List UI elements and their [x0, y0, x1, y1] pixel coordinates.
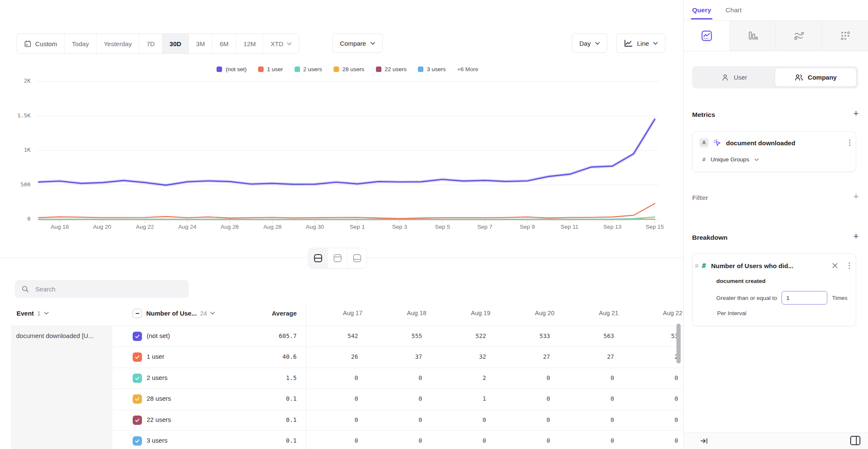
event-cell[interactable]: document downloaded [U... [11, 326, 112, 449]
add-metric-button[interactable]: + [853, 109, 859, 118]
entity-toggle: User Company [692, 66, 858, 89]
row-value: 0 [562, 437, 626, 444]
granularity-button[interactable]: Day [572, 33, 607, 53]
add-breakdown-button[interactable]: + [853, 232, 859, 241]
row-value: 0 [306, 437, 370, 444]
date-column-header[interactable]: Aug 22 [626, 310, 684, 316]
row-average: 40.6 [233, 353, 297, 360]
breakdown-heading: Breakdown [692, 234, 728, 241]
row-checkbox[interactable] [133, 436, 142, 446]
event-column-header[interactable]: Event 1 [17, 310, 49, 317]
table-scrollbar[interactable] [676, 324, 681, 363]
group-header-count: 24 [200, 310, 207, 317]
row-value: 0 [370, 374, 434, 381]
metric-card[interactable]: A document downloaded # Unique Groups [692, 131, 856, 172]
series-line[interactable] [39, 204, 655, 219]
user-icon [721, 74, 729, 81]
row-value: 0 [626, 395, 684, 402]
range-12m[interactable]: 12M [236, 34, 263, 53]
legend-item[interactable]: 22 users [376, 66, 407, 72]
range-custom[interactable]: Custom [17, 34, 64, 53]
breakdown-card[interactable]: # Number of Users who did... document cr… [692, 253, 856, 326]
view-toggle-table-only[interactable] [347, 248, 367, 268]
kebab-menu-icon[interactable] [849, 139, 851, 146]
row-value: 0 [626, 437, 684, 444]
chevron-down-icon [595, 42, 600, 45]
range-xtd[interactable]: XTD [263, 34, 299, 53]
close-icon[interactable] [832, 263, 838, 269]
legend-item[interactable]: (not set) [217, 66, 247, 72]
row-checkbox[interactable] [133, 332, 142, 341]
chart-type-line[interactable] [684, 21, 729, 51]
row-value: 0 [626, 374, 684, 381]
company-icon [795, 74, 803, 81]
range-3m[interactable]: 3M [189, 34, 212, 53]
chart-style-button[interactable]: Line [616, 33, 665, 53]
chart-type-more[interactable] [822, 21, 868, 51]
breakdown-per-interval[interactable]: Per Interval [717, 310, 746, 316]
drag-handle-icon[interactable] [695, 264, 699, 268]
legend-more[interactable]: +6 More [457, 66, 479, 72]
measure-selector[interactable]: Unique Groups [711, 156, 749, 163]
breakdown-condition-label: Greater than or equal to [716, 295, 777, 301]
range-7d[interactable]: 7D [139, 34, 162, 53]
y-axis-label: 1.5K [6, 112, 31, 119]
entity-option-company[interactable]: Company [775, 68, 857, 87]
series-line[interactable] [39, 119, 655, 185]
table-body: (not set) 605.7 54255552253356353 1 user… [112, 326, 684, 449]
split-panel-icon[interactable] [849, 435, 861, 446]
table-row[interactable]: 28 users 0.1 001000 [112, 389, 684, 410]
breakdown-event-name: document created [716, 278, 765, 284]
chart-type-flow[interactable] [776, 21, 822, 51]
legend-item[interactable]: 2 users [295, 66, 322, 72]
date-column-header[interactable]: Aug 19 [434, 310, 498, 316]
breakdown-value-input[interactable] [782, 291, 827, 305]
row-checkbox[interactable] [133, 374, 142, 383]
x-axis-label: Aug 26 [210, 224, 249, 230]
tab-query[interactable]: Query [692, 6, 711, 14]
legend-item[interactable]: 3 users [418, 66, 445, 72]
chart-type-bar[interactable] [729, 21, 776, 51]
compare-button[interactable]: Compare [332, 33, 383, 53]
add-filter-button[interactable]: + [853, 192, 859, 201]
search-input[interactable] [34, 285, 182, 293]
date-range-segmented-control: CustomTodayYesterday7D30D3M6M12MXTD [17, 33, 299, 54]
range-30d[interactable]: 30D [162, 34, 189, 53]
table-row[interactable]: (not set) 605.7 54255552253356353 [112, 326, 684, 347]
line-chart[interactable] [34, 76, 661, 225]
row-value: 0 [306, 374, 370, 381]
collapse-panel-icon[interactable] [700, 437, 708, 445]
legend-item[interactable]: 1 user [258, 66, 283, 72]
row-average: 0.1 [233, 395, 297, 402]
date-column-header[interactable]: Aug 21 [562, 310, 626, 316]
range-today[interactable]: Today [64, 34, 96, 53]
range-6m[interactable]: 6M [212, 34, 236, 53]
date-column-header[interactable]: Aug 20 [498, 310, 562, 316]
entity-option-user[interactable]: User [694, 68, 775, 87]
group-column-header[interactable]: Number of Use... 24 [146, 310, 215, 317]
view-toggle-chart-only[interactable] [328, 248, 347, 268]
date-column-header[interactable]: Aug 18 [370, 310, 434, 316]
row-checkbox[interactable] [133, 416, 142, 425]
average-column-header[interactable]: Average [233, 310, 297, 317]
row-value: 555 [370, 333, 434, 339]
date-column-header[interactable]: Aug 17 [306, 310, 370, 316]
kebab-menu-icon[interactable] [849, 262, 850, 269]
select-all-checkbox[interactable] [133, 309, 142, 318]
flow-chart-icon [793, 30, 805, 42]
table-row[interactable]: 22 users 0.1 000000 [112, 410, 684, 431]
row-checkbox[interactable] [133, 394, 142, 404]
view-toggle-split-view[interactable] [309, 248, 328, 268]
range-yesterday[interactable]: Yesterday [96, 34, 139, 53]
x-axis-label: Sep 3 [380, 224, 419, 230]
table-row[interactable]: 1 user 40.6 26373227272 [112, 347, 684, 368]
event-header-label: Event [17, 310, 34, 317]
row-value: 2 [626, 353, 684, 360]
table-row[interactable]: 2 users 1.5 002000 [112, 368, 684, 389]
view-toggle-group [308, 248, 367, 269]
table-row[interactable]: 3 users 0.1 000000 [112, 431, 684, 449]
tab-chart[interactable]: Chart [726, 6, 742, 14]
row-checkbox[interactable] [133, 352, 142, 362]
row-value: 53 [626, 333, 684, 339]
legend-item[interactable]: 28 users [334, 66, 364, 72]
